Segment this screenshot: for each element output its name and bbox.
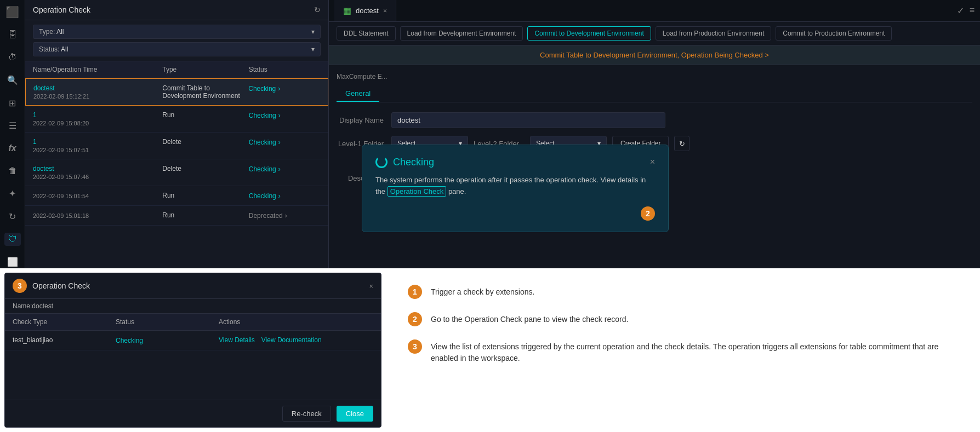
sidebar-icon-refresh[interactable]: ↻ <box>4 210 21 223</box>
filter-row: Type: All ▾ Status: All ▾ <box>25 20 328 61</box>
sidebar-icon-puzzle[interactable]: ✦ <box>4 187 21 200</box>
cell-type: Run <box>162 111 249 126</box>
op-check-header: Operation Check ↻ <box>25 0 328 20</box>
table-row[interactable]: 2022-02-09 15:01:54 Run Checking › <box>25 186 328 206</box>
step-1-text: Trigger a check by extensions. <box>431 285 534 298</box>
tooltip-close-icon[interactable]: × <box>650 157 655 167</box>
toolbar: DDL Statement Load from Development Envi… <box>329 22 980 45</box>
btn-commit-dev[interactable]: Commit to Development Environment <box>527 26 651 41</box>
status-filter[interactable]: Status: All ▾ <box>33 42 321 56</box>
checking-spinner-icon <box>375 156 388 168</box>
modal-status-checking: Checking <box>116 337 143 344</box>
info-banner[interactable]: Commit Table to Development Environment,… <box>329 45 980 65</box>
tab-doctest[interactable]: ▦ doctest × <box>334 0 396 21</box>
table-row[interactable]: doctest 2022-02-09 15:12:21 Commit Table… <box>25 78 328 106</box>
step-2-text: Go to the Operation Check pane to view t… <box>431 312 628 325</box>
btn-load-dev[interactable]: Load from Development Environment <box>400 26 523 41</box>
modal-name-label: Name:doctest <box>5 299 381 314</box>
cell-status: Checking › <box>249 165 321 180</box>
modal-close-icon[interactable]: × <box>369 282 373 290</box>
op-table-header: Name/Operation Time Type Status <box>25 61 328 78</box>
operation-check-link[interactable]: Operation Check <box>388 186 447 197</box>
recheck-button[interactable]: Re-check <box>282 406 331 422</box>
type-filter-chevron: ▾ <box>311 28 315 36</box>
sidebar-icon-clock[interactable]: ⏱ <box>4 51 21 64</box>
cell-type: Delete <box>162 138 249 153</box>
checking-label: Checking <box>393 157 434 168</box>
btn-ddl-statement[interactable]: DDL Statement <box>337 26 396 41</box>
sidebar-icon-server[interactable]: 🗄 <box>4 28 21 41</box>
main-content: ▦ doctest × ✓ ≡ DDL Statement Load from … <box>329 0 980 268</box>
tab-general[interactable]: General <box>337 86 379 102</box>
cell-status: Checking › <box>249 138 321 153</box>
tooltip-suffix: pane. <box>448 187 466 195</box>
cell-status: Deprecated › <box>249 211 321 220</box>
check-circle-icon[interactable]: ✓ <box>957 5 964 16</box>
gen-tabs: General <box>337 86 972 102</box>
sidebar-icon-logo[interactable]: ⬛ <box>4 5 21 19</box>
steps-panel: 1 Trigger a check by extensions. 2 Go to… <box>386 268 980 432</box>
step-3-text: View the list of extensions triggered by… <box>431 339 958 364</box>
cell-status: Checking › <box>249 111 321 126</box>
display-name-row: Display Name <box>337 112 972 128</box>
tooltip-header: Checking × <box>375 156 655 168</box>
section-label: MaxCompute E... <box>337 73 972 80</box>
tooltip-body: The system performs the operation after … <box>375 175 655 198</box>
modal-close-button[interactable]: Close <box>337 406 373 422</box>
cell-name: 2022-02-09 15:01:18 <box>33 211 162 220</box>
tab-table-icon: ▦ <box>343 5 351 16</box>
cell-type: Commit Table to Development Environment <box>162 84 248 100</box>
step-item-2: 2 Go to the Operation Check pane to view… <box>408 312 958 326</box>
display-name-input[interactable] <box>391 112 665 128</box>
status-filter-chevron: ▾ <box>311 45 315 53</box>
table-row[interactable]: 1 2022-02-09 15:07:51 Delete Checking › <box>25 133 328 159</box>
sidebar-icon-formula[interactable]: fx <box>4 142 21 154</box>
view-documentation-link[interactable]: View Documentation <box>261 336 322 344</box>
op-check-refresh-icon[interactable]: ↻ <box>314 5 321 14</box>
tooltip-checking-label: Checking <box>375 156 434 168</box>
step-1-num-badge: 1 <box>408 285 422 299</box>
cell-name: 2022-02-09 15:01:54 <box>33 192 162 200</box>
sidebar-icon-list[interactable]: ☰ <box>4 119 21 132</box>
bottom-area: 3 Operation Check × Name:doctest Check T… <box>0 268 980 432</box>
btn-load-prod[interactable]: Load from Production Environment <box>656 26 771 41</box>
tab-actions: ✓ ≡ <box>957 5 975 16</box>
cell-status: Checking › <box>248 84 320 100</box>
op-check-modal: 3 Operation Check × Name:doctest Check T… <box>4 273 381 428</box>
sidebar: ⬛ 🗄 ⏱ 🔍 ⊞ ☰ fx 🗑 ✦ ↻ 🛡 ⬜ <box>0 0 25 268</box>
sidebar-icon-shield[interactable]: 🛡 <box>4 233 21 245</box>
modal-cell-actions: View Details View Documentation <box>219 336 373 344</box>
op-table: doctest 2022-02-09 15:12:21 Commit Table… <box>25 78 328 268</box>
cell-name: 1 2022-02-09 15:07:51 <box>33 138 162 153</box>
content-body: MaxCompute E... General Display Name Lev… <box>329 65 980 268</box>
modal-table-header: Check Type Status Actions <box>5 314 381 331</box>
col-status: Status <box>249 66 321 73</box>
tab-close-icon[interactable]: × <box>383 7 387 15</box>
view-details-link[interactable]: View Details <box>219 336 255 344</box>
col-type: Type <box>162 66 249 73</box>
modal-col-actions: Actions <box>219 318 373 326</box>
modal-footer: Re-check Close <box>5 400 381 427</box>
sidebar-icon-search[interactable]: 🔍 <box>4 74 21 87</box>
type-filter-label: Type: All <box>39 28 64 36</box>
folder-refresh-button[interactable]: ↻ <box>674 136 690 151</box>
table-row[interactable]: doctest 2022-02-09 15:07:46 Delete Check… <box>25 159 328 186</box>
checking-tooltip: Checking × The system performs the opera… <box>362 145 669 232</box>
modal-col-checktype: Check Type <box>13 318 116 326</box>
sidebar-icon-box[interactable]: ⬜ <box>4 256 21 268</box>
btn-commit-prod[interactable]: Commit to Production Environment <box>776 26 892 41</box>
sidebar-icon-table[interactable]: ⊞ <box>4 96 21 109</box>
tab-bar: ▦ doctest × ✓ ≡ <box>329 0 980 22</box>
type-filter[interactable]: Type: All ▾ <box>33 25 321 39</box>
op-check-title: Operation Check <box>33 5 90 14</box>
sidebar-icon-delete[interactable]: 🗑 <box>4 165 21 177</box>
table-row[interactable]: 1 2022-02-09 15:08:20 Run Checking › <box>25 106 328 133</box>
table-row[interactable]: 2022-02-09 15:01:18 Run Deprecated › <box>25 206 328 226</box>
status-checking[interactable]: Checking <box>248 85 276 93</box>
modal-title: Operation Check <box>32 281 90 290</box>
menu-icon[interactable]: ≡ <box>970 5 975 16</box>
modal-col-status: Status <box>116 318 219 326</box>
modal-table-row: test_biaotijiao Checking View Details Vi… <box>5 331 381 350</box>
cell-type: Run <box>162 211 249 220</box>
step-item-1: 1 Trigger a check by extensions. <box>408 285 958 299</box>
